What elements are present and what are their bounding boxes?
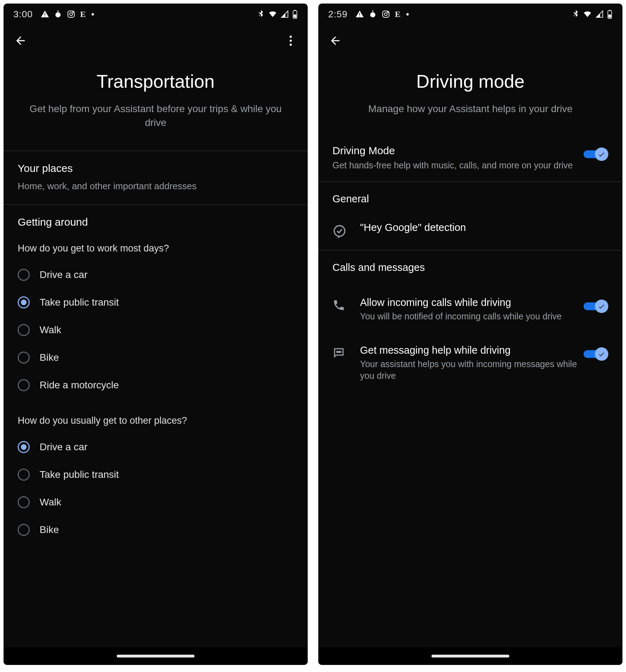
radio-label: Walk bbox=[40, 497, 61, 508]
back-button[interactable] bbox=[12, 32, 29, 49]
radio-label: Walk bbox=[40, 324, 61, 336]
status-bar: 2:59 E • bbox=[318, 4, 622, 25]
radio-icon bbox=[18, 269, 30, 281]
svg-rect-7 bbox=[294, 15, 296, 18]
radio-icon bbox=[18, 296, 30, 308]
radio-label: Take public transit bbox=[40, 297, 119, 308]
svg-point-21 bbox=[338, 351, 340, 352]
radio-motorcycle[interactable]: Ride a motorcycle bbox=[18, 371, 294, 399]
phone-driving-mode: 2:59 E • Driving mode Manage how your As… bbox=[318, 4, 622, 665]
messaging-help-row[interactable]: Get messaging help while driving Your as… bbox=[318, 333, 622, 393]
etsy-icon: E bbox=[80, 10, 86, 19]
svg-point-15 bbox=[387, 12, 388, 13]
app-bar bbox=[4, 25, 308, 57]
app-bar bbox=[318, 25, 622, 57]
radio-public-transit[interactable]: Take public transit bbox=[18, 461, 294, 488]
status-bar: 3:00 E • bbox=[4, 4, 308, 25]
svg-point-10 bbox=[290, 44, 292, 46]
hey-google-row[interactable]: "Hey Google" detection bbox=[318, 211, 622, 250]
page-title: Driving mode bbox=[340, 71, 601, 92]
svg-rect-1 bbox=[57, 11, 59, 12]
instagram-icon bbox=[382, 10, 390, 18]
driving-mode-toggle-row[interactable]: Driving Mode Get hands-free help with mu… bbox=[318, 137, 622, 181]
incoming-calls-title: Allow incoming calls while driving bbox=[360, 297, 608, 308]
page-subtitle: Get help from your Assistant before your… bbox=[25, 102, 286, 129]
messaging-help-switch[interactable] bbox=[584, 347, 608, 361]
other-places-options: Drive a car Take public transit Walk Bik… bbox=[4, 430, 308, 549]
incoming-calls-row[interactable]: Allow incoming calls while driving You w… bbox=[318, 280, 622, 333]
radio-bike[interactable]: Bike bbox=[18, 344, 294, 371]
your-places-row[interactable]: Your places Home, work, and other import… bbox=[4, 151, 308, 204]
radio-icon bbox=[18, 441, 30, 453]
radio-walk[interactable]: Walk bbox=[18, 488, 294, 516]
radio-icon bbox=[18, 352, 30, 364]
radio-bike[interactable]: Bike bbox=[18, 516, 294, 544]
hey-google-title: "Hey Google" detection bbox=[360, 222, 608, 233]
overflow-dot-icon: • bbox=[91, 9, 95, 20]
incoming-calls-switch[interactable] bbox=[584, 300, 608, 313]
radio-label: Drive a car bbox=[40, 269, 87, 280]
check-icon bbox=[595, 300, 608, 313]
cell-signal-icon bbox=[596, 10, 603, 18]
cell-signal-icon bbox=[281, 10, 289, 18]
messaging-help-sub: Your assistant helps you with incoming m… bbox=[360, 358, 608, 382]
more-button[interactable] bbox=[282, 32, 299, 49]
your-places-sub: Home, work, and other important addresse… bbox=[18, 181, 294, 192]
radio-icon bbox=[18, 496, 30, 508]
driving-mode-sub: Get hands-free help with music, calls, a… bbox=[332, 160, 576, 172]
radio-public-transit[interactable]: Take public transit bbox=[18, 289, 294, 316]
home-indicator[interactable] bbox=[117, 655, 195, 657]
work-commute-options: Drive a car Take public transit Walk Bik… bbox=[4, 258, 308, 405]
assistant-check-icon bbox=[332, 224, 348, 239]
calls-messages-label: Calls and messages bbox=[318, 250, 622, 280]
etsy-icon: E bbox=[395, 10, 401, 19]
svg-rect-6 bbox=[294, 10, 296, 11]
svg-rect-12 bbox=[372, 11, 373, 12]
svg-point-14 bbox=[384, 13, 387, 16]
warning-icon bbox=[41, 10, 49, 18]
wifi-icon bbox=[583, 10, 592, 18]
back-button[interactable] bbox=[327, 32, 344, 49]
radio-drive-car[interactable]: Drive a car bbox=[18, 433, 294, 461]
driving-mode-switch[interactable] bbox=[584, 147, 608, 161]
radio-label: Take public transit bbox=[40, 469, 119, 480]
radio-label: Bike bbox=[40, 524, 59, 535]
page-title: Transportation bbox=[25, 71, 286, 92]
your-places-title: Your places bbox=[18, 162, 294, 174]
svg-point-20 bbox=[337, 351, 338, 352]
general-label: General bbox=[318, 182, 622, 211]
radio-drive-car[interactable]: Drive a car bbox=[18, 261, 294, 289]
phone-transportation: 3:00 E • Transportation bbox=[4, 4, 308, 665]
battery-icon bbox=[292, 10, 298, 19]
nav-bar bbox=[318, 647, 622, 665]
work-commute-question: How do you get to work most days? bbox=[4, 232, 308, 258]
radio-label: Bike bbox=[40, 352, 59, 363]
svg-point-19 bbox=[334, 226, 345, 236]
radio-icon bbox=[18, 324, 30, 336]
bluetooth-icon bbox=[572, 10, 579, 18]
status-time: 3:00 bbox=[13, 9, 33, 20]
phone-icon bbox=[332, 299, 348, 313]
svg-point-0 bbox=[55, 12, 60, 18]
radio-label: Ride a motorcycle bbox=[40, 380, 119, 391]
check-icon bbox=[595, 147, 608, 161]
message-icon bbox=[332, 347, 348, 361]
bluetooth-icon bbox=[257, 10, 265, 18]
wifi-icon bbox=[268, 10, 277, 18]
messaging-help-title: Get messaging help while driving bbox=[360, 344, 608, 356]
svg-point-8 bbox=[290, 36, 292, 38]
driving-mode-title: Driving Mode bbox=[332, 145, 576, 157]
svg-point-11 bbox=[370, 12, 375, 18]
home-indicator[interactable] bbox=[431, 655, 509, 657]
check-icon bbox=[595, 347, 608, 361]
svg-rect-18 bbox=[608, 15, 611, 18]
incoming-calls-sub: You will be notified of incoming calls w… bbox=[360, 311, 608, 323]
overflow-dot-icon: • bbox=[406, 9, 410, 20]
radio-icon bbox=[18, 524, 30, 536]
svg-point-4 bbox=[73, 12, 73, 13]
warning-icon bbox=[355, 10, 364, 18]
page-subtitle: Manage how your Assistant helps in your … bbox=[340, 102, 601, 116]
radio-walk[interactable]: Walk bbox=[18, 316, 294, 344]
other-places-question: How do you usually get to other places? bbox=[4, 405, 308, 430]
battery-icon bbox=[607, 10, 613, 19]
